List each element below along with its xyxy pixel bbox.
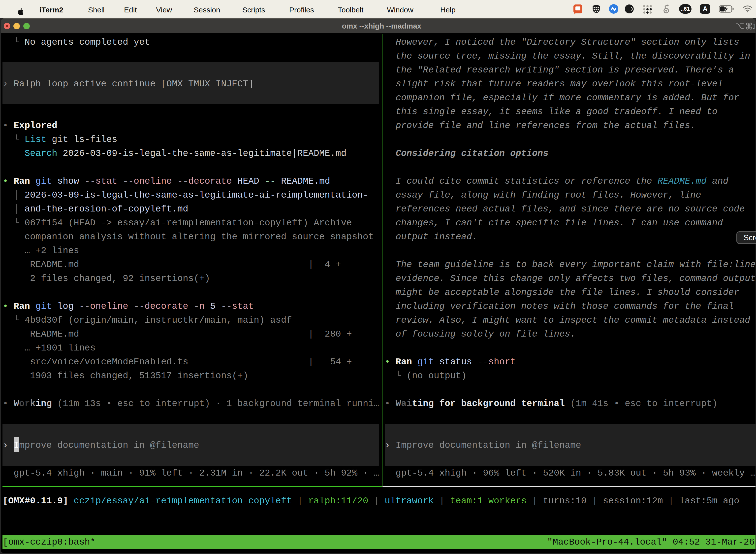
svg-text:1: 1 <box>753 22 755 30</box>
